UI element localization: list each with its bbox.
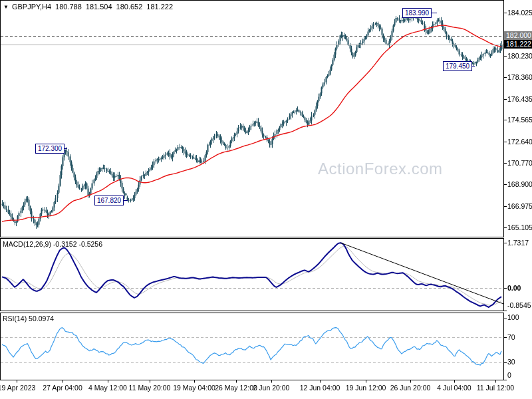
mt4-chart-window: ActionForex.com ▼GBPJPY,H4180.788181.504…	[0, 0, 532, 399]
actionforex-watermark: ActionForex.com	[318, 160, 443, 178]
symbol-collapse-icon[interactable]: ▼	[3, 4, 9, 10]
chart-canvas	[0, 0, 532, 399]
